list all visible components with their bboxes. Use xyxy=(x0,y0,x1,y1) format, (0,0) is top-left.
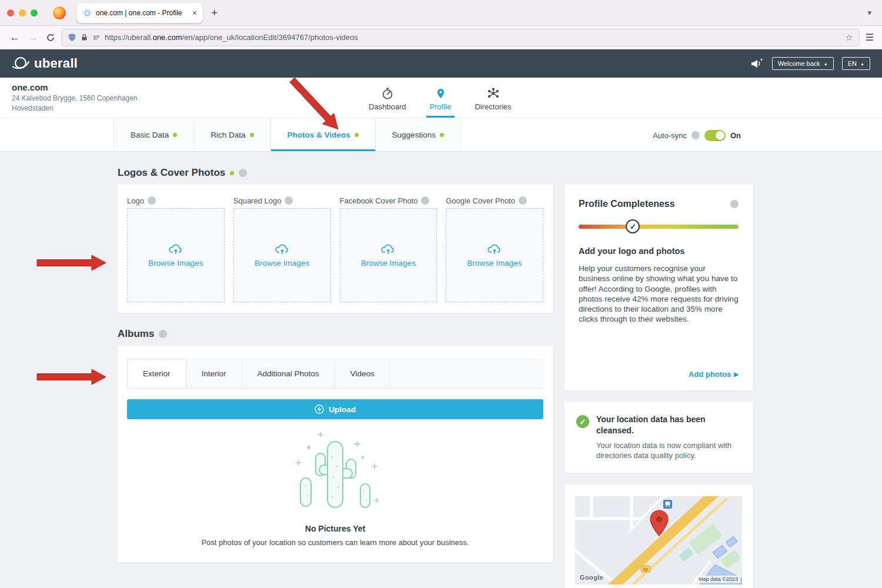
close-window-button[interactable] xyxy=(7,9,14,16)
tracking-shield-icon[interactable] xyxy=(68,33,76,42)
bookmark-star-icon[interactable]: ☆ xyxy=(845,32,853,43)
header-actions: Welcome back ▲ EN ▲ xyxy=(750,57,870,70)
welcome-back-button[interactable]: Welcome back ▲ xyxy=(772,57,834,70)
logos-uploads-card: Logo Browse Images Squared Logo Browse I… xyxy=(118,185,553,313)
url-prefix: https://uberall. xyxy=(105,33,153,42)
info-icon[interactable] xyxy=(730,200,739,208)
side-column: Profile Completeness ✓ Add your logo and… xyxy=(564,167,753,588)
info-icon[interactable] xyxy=(148,196,156,205)
info-icon[interactable] xyxy=(691,131,700,139)
progress-check-icon: ✓ xyxy=(626,219,640,233)
back-button[interactable]: ← xyxy=(8,32,21,44)
nav-dashboard[interactable]: Dashboard xyxy=(362,78,413,118)
browser-window: one.com | one.com - Profile × + ▾ ← → ht… xyxy=(0,0,882,588)
autosync-label: Auto-sync xyxy=(653,131,687,140)
lock-icon[interactable] xyxy=(81,34,88,41)
upload-tile-facebook-cover: Facebook Cover Photo Browse Images xyxy=(340,193,437,302)
profile-completeness-card: Profile Completeness ✓ Add your logo and… xyxy=(564,185,753,390)
location-address: 24 Kalvebod Brygge, 1560 Copenhagen xyxy=(12,93,138,103)
new-tab-button[interactable]: + xyxy=(211,6,218,19)
location-map[interactable]: 02 Google Map data ©2023 xyxy=(575,496,742,584)
album-tab-additional-photos[interactable]: Additional Photos xyxy=(242,359,335,388)
completeness-progress-bar: ✓ xyxy=(579,225,739,229)
profile-tab-bar: Basic Data Rich Data Photos & Videos Sug… xyxy=(0,118,882,152)
nav-dashboard-label: Dashboard xyxy=(369,102,406,111)
tab-close-icon[interactable]: × xyxy=(192,9,197,17)
info-icon[interactable] xyxy=(239,169,247,177)
url-bar[interactable]: https://uberall.one.com/en/app/one_uk/lo… xyxy=(61,29,860,46)
album-tab-exterior[interactable]: Exterior xyxy=(127,359,186,388)
browser-toolbar: ← → https://uberall.one.com/en/app/one_u… xyxy=(0,26,882,49)
nav-profile[interactable]: Profile xyxy=(423,78,459,118)
browser-tab-strip: one.com | one.com - Profile × + ▾ xyxy=(0,0,882,26)
minimize-window-button[interactable] xyxy=(19,9,26,16)
tab-suggestions-label: Suggestions xyxy=(392,131,436,139)
album-tab-interior[interactable]: Interior xyxy=(186,359,242,388)
window-controls xyxy=(7,9,38,16)
menu-hamburger-icon[interactable]: ☰ xyxy=(866,32,874,43)
autosync-control: Auto-sync On xyxy=(653,118,741,152)
language-button[interactable]: EN ▲ xyxy=(842,57,870,70)
upload-google-cover-label: Google Cover Photo xyxy=(446,196,515,205)
completeness-body: Help your customers recognise your busin… xyxy=(579,263,739,325)
forward-button[interactable]: → xyxy=(27,32,40,44)
uberall-logo-icon xyxy=(12,55,29,72)
info-icon[interactable] xyxy=(159,330,167,338)
tab-basic-data[interactable]: Basic Data xyxy=(113,118,194,151)
facebook-cover-dropzone[interactable]: Browse Images xyxy=(340,208,437,302)
info-icon[interactable] xyxy=(285,196,293,205)
autosync-toggle[interactable] xyxy=(704,130,726,141)
cleansed-title: Your location data has been cleansed. xyxy=(596,414,741,436)
info-icon[interactable] xyxy=(421,196,429,205)
browse-images-link[interactable]: Browse Images xyxy=(148,259,203,268)
upload-facebook-cover-label: Facebook Cover Photo xyxy=(340,196,418,205)
browse-images-link[interactable]: Browse Images xyxy=(255,259,309,268)
logo-dropzone[interactable]: Browse Images xyxy=(127,208,225,302)
tab-title: one.com | one.com - Profile xyxy=(96,9,188,17)
completeness-title: Profile Completeness xyxy=(579,199,675,209)
tab-photos-videos[interactable]: Photos & Videos xyxy=(271,118,376,151)
tab-photos-videos-label: Photos & Videos xyxy=(288,131,350,139)
status-dot-icon xyxy=(230,171,234,175)
url-domain: one.com xyxy=(153,33,182,42)
language-label: EN xyxy=(848,60,857,67)
tab-rich-data[interactable]: Rich Data xyxy=(194,118,270,151)
directories-network-icon xyxy=(487,87,500,100)
reload-button[interactable] xyxy=(46,33,55,42)
albums-section-title: Albums xyxy=(118,328,154,340)
albums-card: Exterior Interior Additional Photos Vide… xyxy=(118,346,553,562)
nav-profile-label: Profile xyxy=(430,102,452,111)
browse-images-link[interactable]: Browse Images xyxy=(467,259,522,268)
tab-suggestions[interactable]: Suggestions xyxy=(376,118,461,151)
upload-tile-google-cover: Google Cover Photo Browse Images xyxy=(446,193,543,302)
map-attribution: Map data ©2023 xyxy=(696,576,740,583)
main-column: Logos & Cover Photos Logo Browse Images … xyxy=(118,167,553,588)
google-logo: Google xyxy=(580,574,603,581)
completeness-heading: Add your logo and photos xyxy=(579,246,739,256)
browser-tab[interactable]: one.com | one.com - Profile × xyxy=(76,3,203,23)
browse-images-link[interactable]: Browse Images xyxy=(361,259,416,268)
location-info: one.com 24 Kalvebod Brygge, 1560 Copenha… xyxy=(12,82,138,114)
upload-button[interactable]: Upload xyxy=(127,399,543,419)
empty-state-title: No Pictures Yet xyxy=(127,524,543,533)
squared-logo-dropzone[interactable]: Browse Images xyxy=(233,208,331,302)
tab-list-chevron-icon[interactable]: ▾ xyxy=(867,8,871,17)
tab-favicon-icon xyxy=(82,8,91,17)
add-photos-link[interactable]: Add photos ▶ xyxy=(689,370,739,379)
uberall-logo[interactable]: uberall xyxy=(12,55,78,72)
permissions-icon[interactable] xyxy=(92,34,101,42)
location-header: one.com 24 Kalvebod Brygge, 1560 Copenha… xyxy=(0,78,882,118)
cloud-upload-icon xyxy=(169,243,183,255)
zoom-window-button[interactable] xyxy=(31,9,38,16)
album-tab-videos[interactable]: Videos xyxy=(335,359,390,388)
url-text[interactable]: https://uberall.one.com/en/app/one_uk/lo… xyxy=(105,33,841,42)
nav-directories-label: Directories xyxy=(475,102,511,111)
cloud-upload-icon xyxy=(487,243,502,255)
welcome-back-label: Welcome back xyxy=(778,60,820,67)
info-icon[interactable] xyxy=(519,196,527,205)
logos-section-title: Logos & Cover Photos xyxy=(118,167,225,179)
announcement-megaphone-icon[interactable] xyxy=(750,57,764,70)
nav-directories[interactable]: Directories xyxy=(467,78,518,118)
google-cover-dropzone[interactable]: Browse Images xyxy=(446,208,543,302)
success-check-icon: ✓ xyxy=(576,415,589,428)
